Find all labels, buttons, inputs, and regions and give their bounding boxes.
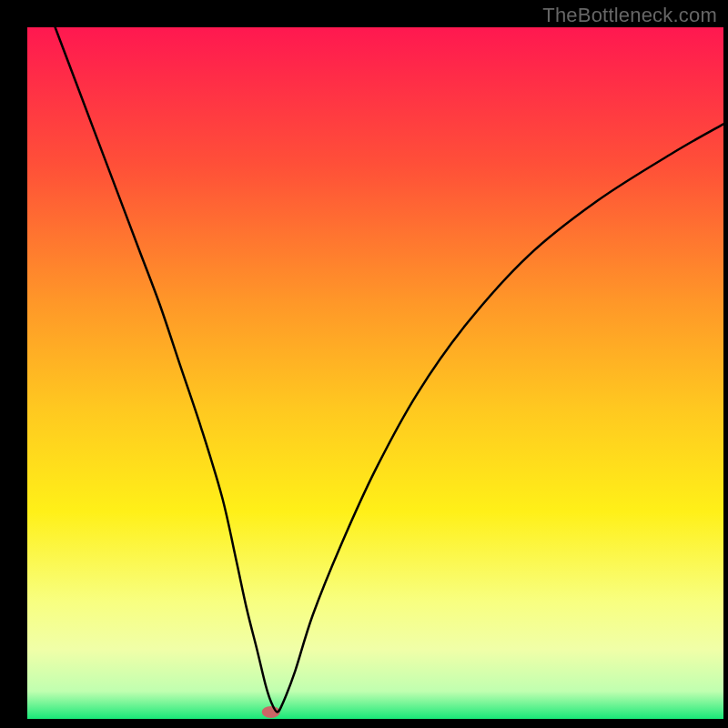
watermark-text: TheBottleneck.com — [542, 4, 717, 27]
plot-background — [27, 27, 723, 719]
chart-svg — [0, 0, 728, 728]
chart-frame: TheBottleneck.com — [0, 0, 728, 728]
